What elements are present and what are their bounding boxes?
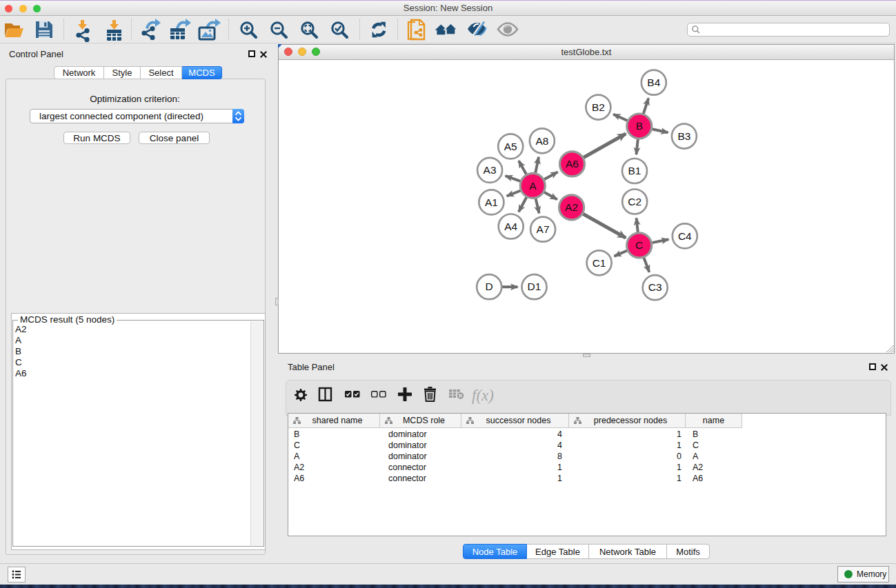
svg-text:A2: A2 (565, 201, 578, 213)
svg-text:D: D (486, 281, 493, 292)
svg-text:C4: C4 (678, 230, 692, 242)
svg-text:A3: A3 (484, 164, 497, 176)
svg-text:D1: D1 (528, 281, 541, 292)
svg-text:B4: B4 (647, 77, 660, 88)
svg-text:C1: C1 (593, 257, 606, 269)
svg-text:A: A (529, 180, 537, 192)
svg-text:C3: C3 (648, 281, 662, 293)
svg-text:B2: B2 (592, 101, 605, 113)
svg-text:A7: A7 (537, 223, 550, 235)
svg-text:B1: B1 (628, 165, 641, 176)
svg-text:A8: A8 (535, 135, 548, 147)
svg-text:B3: B3 (677, 130, 690, 142)
svg-text:C2: C2 (628, 196, 641, 207)
svg-text:B: B (636, 120, 643, 132)
svg-text:A4: A4 (504, 221, 517, 232)
svg-text:A1: A1 (485, 196, 498, 208)
svg-text:C: C (635, 239, 643, 251)
svg-text:A5: A5 (504, 141, 517, 152)
svg-text:A6: A6 (566, 158, 579, 170)
